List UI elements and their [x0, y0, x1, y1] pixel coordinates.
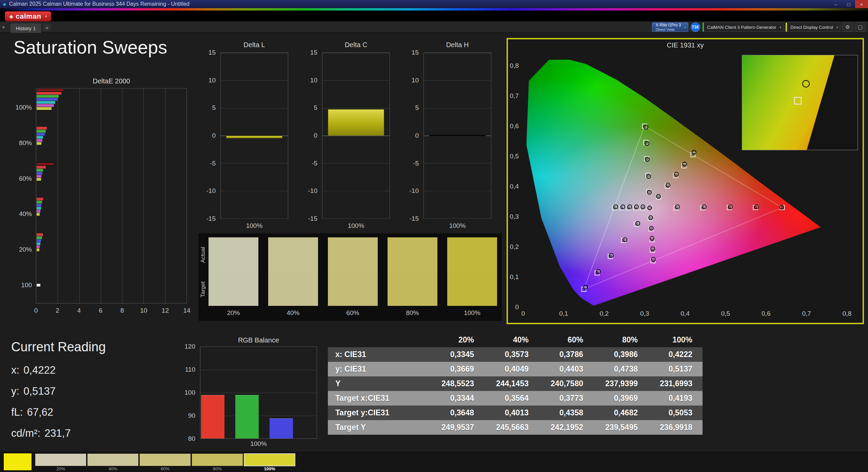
bar-group — [37, 162, 187, 181]
swatch-color — [140, 454, 191, 466]
settings-gear-button[interactable]: ⚙ — [843, 22, 853, 32]
x-tick-label: 6 — [99, 307, 102, 314]
display-control-dropdown[interactable]: Direct Display Control ▾ — [786, 22, 840, 32]
meter-name: X-Rite i1Pro 3 — [656, 23, 681, 27]
chart-title: DeltaE 2000 — [36, 77, 187, 85]
x-tick-label: 0,6 — [762, 310, 770, 317]
x-axis-labels: 02468101214 — [36, 306, 187, 314]
bar — [37, 172, 42, 175]
table-cell: 242,1952 — [539, 420, 593, 435]
swatch-label: 40% — [87, 466, 138, 471]
y-tick-label: 90 — [188, 412, 195, 419]
reading-x: x: 0,4222 — [11, 360, 106, 381]
bar — [37, 98, 58, 101]
app-icon: ◈ — [3, 1, 6, 7]
x-tick-label: 0 — [521, 310, 525, 317]
measured-marker — [682, 162, 687, 166]
saturation-swatch[interactable]: 80% — [192, 454, 243, 471]
bar — [37, 210, 40, 213]
y-tick-label: -5 — [413, 160, 419, 167]
y-tick-label: 5 — [415, 104, 419, 112]
plot-area — [36, 88, 187, 303]
measured-marker — [596, 269, 601, 274]
measured-marker — [635, 221, 640, 226]
actual-swatch — [268, 237, 318, 272]
x-tick-label: 4 — [77, 307, 81, 314]
chart-title: Delta C — [322, 41, 390, 49]
reading-value: 231,7 — [44, 427, 71, 439]
measured-marker — [651, 257, 656, 262]
saturation-swatch[interactable]: 60% — [140, 454, 191, 471]
y-tick-label: 10 — [310, 77, 317, 84]
row-label: Target y:CIE31 — [328, 406, 430, 420]
y-axis-labels: 00,10,20,30,40,50,60,70,8 — [508, 60, 521, 307]
bar — [37, 207, 41, 210]
maximize-button[interactable]: □ — [842, 0, 855, 8]
bar-group — [37, 88, 187, 110]
gridline — [322, 136, 390, 136]
cie-zoom-inset — [742, 55, 858, 150]
swatch-column: 60% — [328, 237, 378, 318]
chart-title: Delta L — [220, 41, 288, 49]
y-tick-label: 0,8 — [510, 62, 519, 70]
table-cell: 0,3344 — [430, 391, 484, 406]
table-cell: 248,5523 — [430, 376, 484, 391]
meter-dropdown[interactable]: X-Rite i1Pro 3 Direct View ▾ — [652, 22, 688, 32]
delta-l-chart: Delta L 151050-5-10-15 100% — [199, 41, 298, 233]
brand-bar: ◈ calman ▾ — [0, 11, 868, 21]
saturation-swatch[interactable]: 20% — [35, 454, 86, 471]
chevron-down-icon: ▾ — [685, 25, 686, 29]
saturation-swatch[interactable]: 100% — [244, 454, 295, 471]
add-tab-button[interactable]: + — [43, 24, 51, 31]
table-cell: 236,9918 — [648, 420, 703, 435]
table-cell: 0,5053 — [648, 406, 703, 420]
tab-nav-arrow-icon[interactable]: ▸ — [3, 24, 5, 29]
y-tick-label: 100% — [15, 104, 32, 111]
rgb-bar — [235, 395, 259, 438]
reading-value: 67,62 — [27, 406, 53, 418]
gridline — [221, 191, 288, 191]
measured-marker — [674, 172, 679, 177]
chevron-down-icon: ▾ — [780, 25, 781, 29]
y-tick-label: -15 — [308, 215, 317, 222]
minimize-button[interactable]: – — [829, 0, 842, 8]
chart-title: RGB Balance — [200, 336, 317, 344]
target-swatch — [209, 272, 258, 306]
gridline — [58, 88, 58, 303]
x-tick-label: 14 — [183, 307, 190, 314]
titlebar: ◈ Calman 2025 Calman Ultimate for Busine… — [0, 0, 868, 8]
close-button[interactable]: × — [855, 0, 868, 8]
gridline — [200, 370, 317, 370]
measured-marker — [692, 150, 696, 155]
y-tick-label: 15 — [412, 49, 419, 56]
calman-logo-text: calman — [16, 12, 41, 20]
y-tick-label: -10 — [206, 187, 216, 195]
y-tick-label: 60% — [19, 175, 32, 182]
swatch-label: 100% — [244, 466, 295, 471]
table-cell: 0,3573 — [484, 347, 539, 362]
bar — [37, 104, 54, 107]
table-cell: 244,1453 — [484, 376, 539, 391]
measured-marker — [649, 226, 654, 231]
gridline — [322, 191, 390, 191]
gridline — [143, 88, 144, 303]
y-tick-label: -10 — [410, 187, 419, 195]
bar — [37, 178, 41, 181]
gridline — [424, 53, 491, 53]
swatch-label: 80% — [192, 466, 243, 471]
saturation-swatch[interactable]: 40% — [87, 454, 138, 471]
calman-menu-button[interactable]: ◈ calman ▾ — [5, 11, 51, 21]
tab-history-1[interactable]: History 1 — [10, 23, 41, 33]
swatch-color — [35, 454, 86, 466]
row-label: Target x:CIE31 — [328, 391, 430, 406]
measured-marker — [802, 80, 810, 87]
table-cell: 249,9537 — [430, 420, 484, 435]
y-tick-label: 40% — [19, 210, 32, 218]
y-tick-label: 0,4 — [510, 183, 519, 190]
pattern-generator-dropdown[interactable]: CalMAN Client 3 Pattern Generator ▾ — [703, 22, 784, 32]
display-settings-button[interactable]: ▢ — [855, 22, 865, 32]
y-tick-label: 5 — [314, 104, 317, 112]
measurement-table: 20%40%60%80%100%x: CIE310,33450,35730,37… — [328, 332, 703, 435]
chevron-down-icon: ▾ — [45, 14, 47, 19]
target-swatch — [388, 272, 437, 306]
